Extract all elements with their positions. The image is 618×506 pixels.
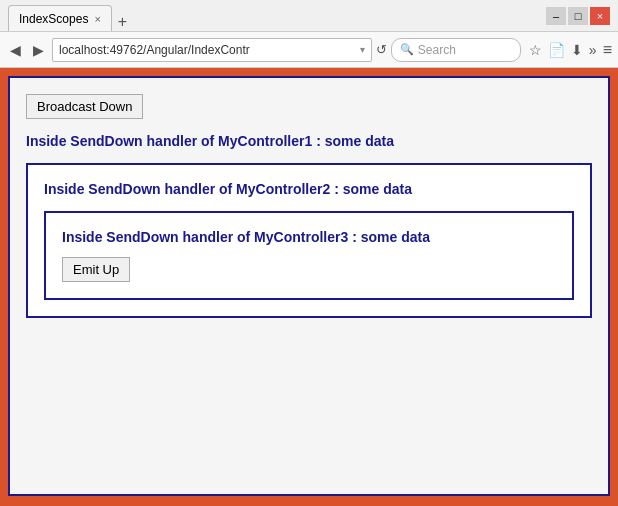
more-icon[interactable]: » (589, 42, 597, 58)
menu-icon[interactable]: ≡ (603, 41, 612, 59)
search-box[interactable]: 🔍 Search (391, 38, 521, 62)
handler1-text: Inside SendDown handler of MyController1… (26, 133, 592, 149)
refresh-button[interactable]: ↺ (376, 42, 387, 57)
url-box[interactable]: localhost:49762/Angular/IndexContr ▾ (52, 38, 372, 62)
address-bar: ◀ ▶ localhost:49762/Angular/IndexContr ▾… (0, 32, 618, 68)
maximize-button[interactable]: □ (568, 7, 588, 25)
download-icon[interactable]: ⬇ (571, 42, 583, 58)
forward-button[interactable]: ▶ (29, 40, 48, 60)
tab-area: IndexScopes × + (8, 0, 546, 31)
back-button[interactable]: ◀ (6, 40, 25, 60)
broadcast-down-button[interactable]: Broadcast Down (26, 94, 143, 119)
toolbar-icons: ☆ 📄 ⬇ » ≡ (529, 41, 612, 59)
tab-close-icon[interactable]: × (94, 13, 100, 25)
browser-tab[interactable]: IndexScopes × (8, 5, 112, 31)
new-tab-button[interactable]: + (112, 13, 133, 31)
nested-box-2: Inside SendDown handler of MyController3… (44, 211, 574, 300)
close-button[interactable]: × (590, 7, 610, 25)
minimize-button[interactable]: – (546, 7, 566, 25)
emit-up-button[interactable]: Emit Up (62, 257, 130, 282)
nested-box-1: Inside SendDown handler of MyController2… (26, 163, 592, 318)
star-icon[interactable]: ☆ (529, 42, 542, 58)
tab-title: IndexScopes (19, 12, 88, 26)
page-content: Broadcast Down Inside SendDown handler o… (8, 76, 610, 496)
title-bar: IndexScopes × + – □ × (0, 0, 618, 32)
search-icon: 🔍 (400, 43, 414, 56)
handler3-text: Inside SendDown handler of MyController3… (62, 229, 556, 245)
bookmark-icon[interactable]: 📄 (548, 42, 565, 58)
window-controls: – □ × (546, 7, 610, 25)
search-placeholder: Search (418, 43, 456, 57)
handler2-text: Inside SendDown handler of MyController2… (44, 181, 574, 197)
url-dropdown-icon: ▾ (360, 44, 365, 55)
url-text: localhost:49762/Angular/IndexContr (59, 43, 356, 57)
